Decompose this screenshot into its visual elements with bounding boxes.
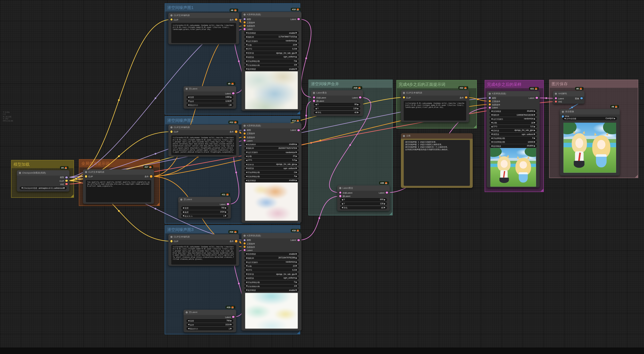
increment-arrow-icon[interactable] (296, 168, 297, 169)
widget-start-step[interactable]: 开始降噪步数0 (244, 59, 298, 63)
decrement-arrow-icon[interactable] (246, 68, 247, 70)
increment-arrow-icon[interactable] (64, 187, 65, 189)
widget-feather[interactable]: 羽化40 (340, 206, 387, 209)
output-port-条件[interactable]: 条件 (230, 131, 237, 133)
input-port-Latent[interactable]: Latent (243, 139, 252, 142)
widget-height[interactable]: 高度1248 (186, 99, 233, 103)
node-ksampler-advanced-2[interactable]: K采样器(高级)模型正面条件负面条件LatentLatent 添加噪波enabl… (242, 123, 302, 223)
port-dot[interactable] (403, 96, 405, 98)
widget-start-step[interactable]: 开始降噪步数0 (244, 171, 298, 174)
collapse-dot-icon[interactable] (403, 92, 405, 94)
port-dot[interactable] (488, 97, 491, 99)
port-dot[interactable] (85, 175, 87, 177)
canvas[interactable]: T: 0.00s I: 0 N: 18 [18] V: 262 FPS:142.… (0, 0, 644, 354)
node-title-bar[interactable]: Checkpoint加载器(简易) (17, 170, 70, 176)
port-dot[interactable] (298, 239, 300, 241)
port-dot[interactable] (554, 97, 557, 99)
increment-arrow-icon[interactable] (230, 96, 232, 98)
increment-arrow-icon[interactable] (296, 281, 297, 283)
node-title-bar[interactable]: CLIP文本编码器 (83, 170, 154, 175)
widget-height[interactable]: 高度1024 (181, 210, 228, 213)
output-port-Latent[interactable]: Latent (290, 18, 300, 20)
output-port-条件[interactable]: 条件 (230, 240, 237, 242)
widget-filename-prefix[interactable]: 文件名前缀ComfyUI (562, 117, 617, 120)
decrement-arrow-icon[interactable] (246, 265, 247, 267)
collapse-dot-icon[interactable] (170, 126, 172, 128)
node-ksampler-advanced-final[interactable]: K采样器(高级)模型正面条件负面条件LatentLatent 添加噪波disab… (487, 91, 540, 187)
decrement-arrow-icon[interactable] (491, 118, 492, 120)
node-note-node[interactable]: 注释潜空间噪声图 1 的提示词描写背景。 潜空间噪声图 2 的提示词描写人物和背… (401, 133, 473, 188)
port-dot[interactable] (298, 18, 300, 20)
port-dot[interactable] (235, 18, 237, 20)
port-dot[interactable] (488, 100, 491, 102)
node-title-bar[interactable]: 保存图像 (560, 109, 620, 114)
widget-add-noise[interactable]: 添加噪波enable (244, 31, 298, 34)
decrement-arrow-icon[interactable] (246, 269, 247, 271)
widget-end-step[interactable]: 结束降噪步数4 (244, 175, 298, 178)
decrement-arrow-icon[interactable] (188, 328, 189, 330)
port-dot[interactable] (235, 131, 237, 133)
input-port-正面条件[interactable]: 正面条件 (243, 242, 255, 245)
decrement-arrow-icon[interactable] (246, 285, 247, 287)
widget-ckpt-name[interactable]: Checkpoint名称animagine-xl-3.1.safetensors (20, 186, 66, 189)
port-dot[interactable] (150, 175, 152, 177)
decrement-arrow-icon[interactable] (491, 134, 492, 135)
node-latent-composite-2[interactable]: Latent复合目标Latent源LatentLatent X800Y128羽化… (337, 185, 390, 211)
node-title-bar[interactable]: Latent复合 (311, 90, 363, 95)
port-dot[interactable] (298, 129, 300, 131)
node-vae-decode[interactable]: VAE解码LatentVAE图像 (553, 91, 584, 104)
decrement-arrow-icon[interactable] (246, 32, 247, 34)
group-resize-handle[interactable] (156, 203, 159, 205)
port-dot[interactable] (243, 28, 246, 30)
output-port-条件[interactable]: 条件 (460, 96, 467, 99)
collapse-dot-icon[interactable] (170, 236, 172, 238)
output-port-Latent[interactable]: Latent (290, 239, 300, 241)
widget-control-after-generate[interactable]: 运行后操作randomize (244, 260, 298, 264)
increment-arrow-icon[interactable] (358, 112, 358, 114)
output-port-图像[interactable]: 图像 (575, 97, 582, 100)
increment-arrow-icon[interactable] (296, 253, 297, 255)
output-port-Latent[interactable]: Latent (352, 96, 361, 99)
input-port-Latent[interactable]: Latent (243, 249, 252, 251)
increment-arrow-icon[interactable] (296, 60, 297, 62)
widget-return-noise[interactable]: 返回噪波enable (244, 289, 298, 292)
decrement-arrow-icon[interactable] (491, 145, 492, 147)
node-title-bar[interactable]: CLIP文本编码器 (168, 125, 239, 130)
node-title-bar[interactable]: CLIP文本编码器 (168, 13, 239, 18)
increment-arrow-icon[interactable] (384, 203, 385, 205)
input-port-负面条件[interactable]: 负面条件 (243, 24, 255, 27)
decrement-arrow-icon[interactable] (246, 40, 247, 42)
decrement-arrow-icon[interactable] (246, 60, 247, 62)
widget-seed[interactable]: 随机种262000778257479 (244, 147, 298, 150)
decrement-arrow-icon[interactable] (188, 96, 189, 98)
decrement-arrow-icon[interactable] (246, 277, 247, 279)
increment-arrow-icon[interactable] (296, 40, 297, 42)
prompt-textarea[interactable]: (ciloranko:0.8),sakyumama (kedama milk),… (404, 101, 466, 121)
decrement-arrow-icon[interactable] (21, 187, 22, 189)
increment-arrow-icon[interactable] (296, 151, 297, 153)
widget-x[interactable]: X800 (340, 198, 387, 201)
input-port-CLIP[interactable]: CLIP (170, 131, 178, 133)
input-port-模型[interactable]: 模型 (243, 129, 251, 132)
port-dot[interactable] (243, 140, 246, 142)
widget-end-step[interactable]: 结束降噪步数4 (244, 63, 298, 67)
node-title-bar[interactable]: K采样器(高级) (242, 233, 302, 238)
input-port-负面条件[interactable]: 负面条件 (243, 246, 255, 248)
port-dot[interactable] (243, 242, 246, 244)
increment-arrow-icon[interactable] (230, 324, 232, 326)
increment-arrow-icon[interactable] (534, 130, 535, 131)
node-title-bar[interactable]: K采样器(高级) (487, 91, 540, 96)
input-port-Latent[interactable]: Latent (554, 97, 564, 100)
widget-height[interactable]: 高度1024 (186, 323, 233, 326)
increment-arrow-icon[interactable] (230, 104, 232, 106)
decrement-arrow-icon[interactable] (246, 179, 247, 181)
decrement-arrow-icon[interactable] (246, 164, 247, 165)
increment-arrow-icon[interactable] (384, 207, 385, 209)
input-port-Latent[interactable]: Latent (488, 107, 498, 109)
port-dot[interactable] (359, 96, 361, 99)
decrement-arrow-icon[interactable] (315, 112, 316, 114)
increment-arrow-icon[interactable] (296, 285, 297, 287)
port-dot[interactable] (313, 100, 315, 102)
increment-arrow-icon[interactable] (534, 141, 535, 143)
port-dot[interactable] (66, 176, 68, 178)
